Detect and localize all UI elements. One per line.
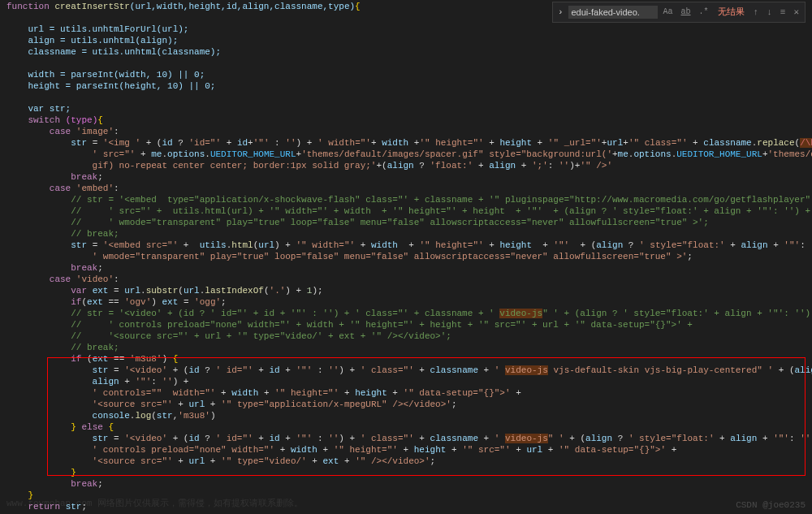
function-name: creatInsertStr [54,2,129,11]
expand-icon[interactable]: › [556,6,565,18]
code-line: height = parseInt(height, 10) || 0; [6,81,215,91]
brace: { [355,2,361,11]
selection-icon[interactable]: ≡ [778,6,788,18]
regex-toggle[interactable]: .* [697,5,711,19]
match-word[interactable]: ab [679,5,693,19]
find-widget[interactable]: › Aa ab .* 无结果 ↑ ↓ ≡ ✕ [552,2,806,23]
comment: // str = '<video' + (id ? ' id="' + id +… [6,309,499,318]
watermark-left: www.toymoban.com 网络图片仅供展示，需得侵，如有提权请联系删除。 [6,498,303,509]
highlight: video-js [505,365,548,375]
comment: // break; [6,229,119,239]
comment: " ' + (align ? ' style="float:' + align … [542,309,812,318]
paren: (type) [66,115,98,125]
match-case[interactable]: Aa [661,5,676,19]
comment: // '<source src="' + url + '" type="vide… [6,331,451,341]
code-line: var str; [6,104,71,114]
prev-match-icon[interactable]: ↑ [751,6,762,18]
comment: // ' controls preload="none" width="' + … [6,320,693,330]
close-icon[interactable]: ✕ [791,6,801,18]
code-line: align = utils.unhtml(align); [6,36,178,45]
comment: // ' src="' + utils.html(url) + '" width… [6,206,810,216]
brace: { [97,115,103,125]
keyword: function [6,2,54,11]
comment: // str = '<embed type="application/x-sho… [6,195,812,205]
code-line: url = utils.unhtmlForUrl(url); [6,24,188,34]
highlight: video-js [499,309,542,318]
next-match-icon[interactable]: ↓ [764,6,775,18]
keyword: switch [6,115,66,125]
code-line: width = parseInt(width, 10) || 0; [6,70,205,80]
search-input[interactable] [568,6,658,19]
code-line: classname = utils.unhtml(classname); [6,47,221,57]
code-editor[interactable]: function creatInsertStr(url,width,height… [0,0,812,514]
params: (url,width,height,id,align,classname,typ… [130,2,355,11]
comment: // break; [6,343,119,352]
watermark: CSDN @joe0235 [736,499,806,511]
comment: // ' wmode="transparent" play="true" loo… [6,218,709,227]
regex-highlight: /\bvideo-js\b/ [800,138,812,148]
search-result: 无结果 [715,6,748,18]
highlight: video-js [505,434,548,443]
